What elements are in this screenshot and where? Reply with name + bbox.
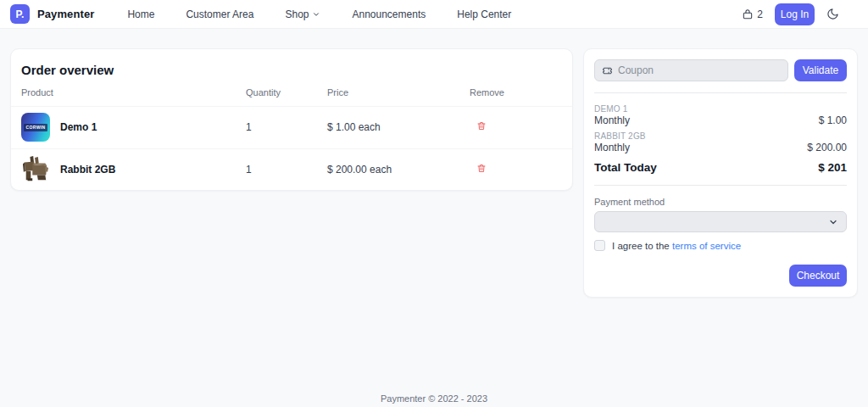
- product-cell: Rabbit 2GB: [21, 155, 246, 184]
- total-label: Total Today: [594, 161, 657, 174]
- product-image-demo1: CORWIN: [21, 113, 50, 142]
- summary-item-cycle: Monthly: [594, 142, 630, 153]
- product-image-rabbit: [21, 155, 50, 184]
- payment-method-label: Payment method: [594, 197, 847, 207]
- chevron-down-icon: [312, 10, 320, 19]
- summary-item-line: Monthly $ 1.00: [594, 114, 847, 126]
- checkout-button[interactable]: Checkout: [789, 265, 847, 287]
- total-value: $ 201: [818, 161, 847, 174]
- summary-item-name: DEMO 1: [594, 104, 847, 114]
- order-summary: DEMO 1 Monthly $ 1.00 RABBIT 2GB Monthly…: [594, 104, 847, 174]
- coupon-row: Validate: [594, 59, 847, 81]
- summary-item-cycle: Monthly: [594, 114, 630, 126]
- trash-icon: [476, 120, 487, 131]
- chevron-down-icon: [828, 217, 838, 227]
- checkout-summary-card: Validate DEMO 1 Monthly $ 1.00 RABBIT 2G…: [583, 48, 858, 298]
- column-remove: Remove: [470, 87, 562, 98]
- column-quantity: Quantity: [246, 87, 327, 98]
- dark-mode-moon-icon[interactable]: [826, 8, 839, 20]
- shopping-bag-icon: [742, 8, 754, 20]
- brand-name: Paymenter: [37, 8, 94, 20]
- cart-button[interactable]: 2: [742, 8, 763, 20]
- validate-coupon-button[interactable]: Validate: [794, 59, 847, 81]
- product-cell: CORWIN Demo 1: [21, 113, 246, 142]
- ticket-icon: [602, 65, 613, 76]
- product-quantity: 1: [246, 121, 327, 133]
- payment-method-select[interactable]: [594, 211, 847, 232]
- summary-item-name: RABBIT 2GB: [594, 131, 847, 141]
- nav-item-announcements[interactable]: Announcements: [352, 8, 426, 20]
- order-table-header: Product Quantity Price Remove: [11, 87, 572, 106]
- table-row: Rabbit 2GB 1 $ 200.00 each: [11, 148, 572, 191]
- checkout-row: Checkout: [594, 265, 847, 287]
- order-overview-title: Order overview: [11, 49, 572, 87]
- summary-item-price: $ 1.00: [819, 114, 847, 126]
- product-image-label: CORWIN: [24, 124, 47, 131]
- product-name: Rabbit 2GB: [60, 164, 115, 176]
- trash-icon: [476, 163, 487, 174]
- product-name: Demo 1: [60, 121, 97, 133]
- remove-item-button[interactable]: [476, 163, 487, 174]
- nav-item-help-center[interactable]: Help Center: [457, 8, 511, 20]
- summary-item-price: $ 200.00: [807, 142, 847, 153]
- remove-item-button[interactable]: [476, 120, 487, 131]
- divider: [594, 92, 847, 93]
- terms-checkbox[interactable]: [594, 240, 605, 251]
- summary-item-line: Monthly $ 200.00: [594, 142, 847, 153]
- column-price: Price: [327, 87, 470, 98]
- nav-item-customer-area[interactable]: Customer Area: [186, 8, 253, 20]
- nav-item-home[interactable]: Home: [127, 8, 154, 20]
- brand-logo-icon[interactable]: P.: [10, 4, 30, 24]
- cart-count: 2: [757, 8, 763, 20]
- footer-copyright: Paymenter © 2022 - 2023: [0, 393, 868, 404]
- top-navbar: P. Paymenter Home Customer Area Shop Ann…: [0, 0, 868, 29]
- product-price: $ 200.00 each: [327, 164, 470, 176]
- main-nav: Home Customer Area Shop Announcements He…: [127, 8, 511, 20]
- login-button[interactable]: Log In: [775, 3, 815, 25]
- coupon-input[interactable]: [618, 64, 781, 76]
- header-actions: 2 Log In: [742, 3, 858, 25]
- nav-item-shop[interactable]: Shop: [285, 8, 320, 20]
- terms-of-service-link[interactable]: terms of service: [672, 241, 741, 251]
- terms-agree-row: I agree to the terms of service: [594, 240, 847, 251]
- table-row: CORWIN Demo 1 1 $ 1.00 each: [11, 106, 572, 148]
- column-product: Product: [21, 87, 246, 98]
- agree-text: I agree to the terms of service: [612, 241, 741, 251]
- coupon-field-wrap: [594, 59, 788, 81]
- product-price: $ 1.00 each: [327, 121, 470, 133]
- main-content: Order overview Product Quantity Price Re…: [0, 29, 868, 298]
- total-line: Total Today $ 201: [594, 161, 847, 174]
- divider: [594, 185, 847, 186]
- product-quantity: 1: [246, 164, 327, 176]
- order-overview-card: Order overview Product Quantity Price Re…: [10, 48, 573, 191]
